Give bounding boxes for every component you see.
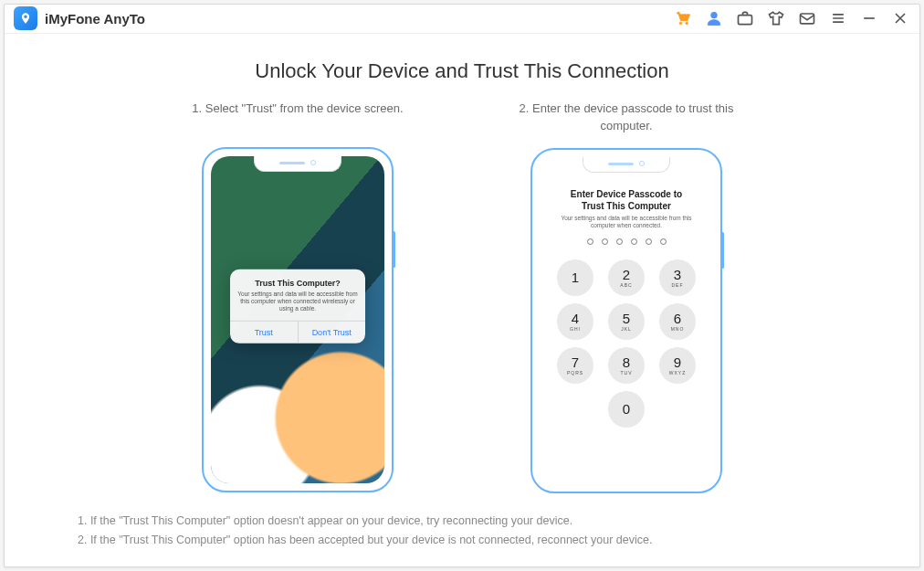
key-3[interactable]: 3DEF: [659, 259, 696, 296]
key-6[interactable]: 6MNO: [659, 303, 696, 340]
passcode-subtitle: Your settings and data will be accessibl…: [558, 215, 695, 229]
step-1: 1. Select "Trust" from the device screen…: [179, 100, 416, 493]
minimize-button[interactable]: [859, 8, 879, 28]
footnote-1: 1. If the "Trust This Computer" option d…: [78, 512, 846, 531]
title-bar: iMyFone AnyTo: [5, 5, 919, 34]
app-logo-icon: [14, 6, 37, 30]
key-1[interactable]: 1: [557, 259, 593, 296]
phone-mockup-2: Enter Device Passcode to Trust This Comp…: [530, 148, 722, 493]
step-2: 2. Enter the device passcode to trust th…: [508, 100, 745, 493]
passcode-title: Enter Device Passcode to Trust This Comp…: [562, 188, 690, 212]
notch-icon: [254, 156, 341, 172]
alert-message: Your settings and data will be accessibl…: [237, 291, 358, 312]
alert-title: Trust This Computer?: [237, 279, 358, 288]
key-5[interactable]: 5JKL: [608, 303, 645, 340]
key-7[interactable]: 7PQRS: [557, 347, 593, 384]
passcode-dots: [587, 238, 667, 245]
step-1-caption: 1. Select "Trust" from the device screen…: [192, 100, 403, 134]
app-title: iMyFone AnyTo: [45, 11, 145, 26]
close-button[interactable]: [890, 8, 910, 28]
dont-trust-button[interactable]: Don't Trust: [298, 321, 366, 343]
step-2-caption: 2. Enter the device passcode to trust th…: [508, 100, 745, 135]
app-window: iMyFone AnyTo: [4, 4, 920, 567]
titlebar-actions: [673, 8, 910, 28]
key-0[interactable]: 0: [608, 391, 645, 428]
main-content: Unlock Your Device and Trust This Connec…: [5, 34, 919, 567]
footnote-2: 2. If the "Trust This Computer" option h…: [78, 531, 846, 550]
footnotes: 1. If the "Trust This Computer" option d…: [41, 512, 883, 551]
trust-button[interactable]: Trust: [230, 321, 298, 343]
key-8[interactable]: 8TUV: [608, 347, 645, 384]
trust-alert: Trust This Computer? Your settings and d…: [230, 270, 365, 343]
svg-point-0: [711, 13, 718, 19]
key-9[interactable]: 9WXYZ: [659, 347, 696, 384]
mail-icon[interactable]: [797, 8, 817, 28]
cart-icon[interactable]: [673, 8, 693, 28]
passcode-screen: Enter Device Passcode to Trust This Comp…: [540, 157, 713, 484]
key-2[interactable]: 2ABC: [608, 259, 645, 296]
svg-rect-2: [801, 14, 814, 24]
notch-icon: [583, 157, 670, 173]
menu-icon[interactable]: [828, 8, 848, 28]
phone-mockup-1: Trust This Computer? Your settings and d…: [202, 147, 394, 492]
page-heading: Unlock Your Device and Trust This Connec…: [255, 59, 668, 83]
briefcase-icon[interactable]: [735, 8, 755, 28]
svg-rect-1: [739, 16, 752, 25]
key-4[interactable]: 4GHI: [557, 303, 593, 340]
keypad: 1 2ABC 3DEF 4GHI 5JKL 6MNO 7PQRS 8TUV 9W…: [557, 259, 696, 428]
user-icon[interactable]: [704, 8, 724, 28]
steps-row: 1. Select "Trust" from the device screen…: [41, 100, 883, 493]
shirt-icon[interactable]: [766, 8, 786, 28]
